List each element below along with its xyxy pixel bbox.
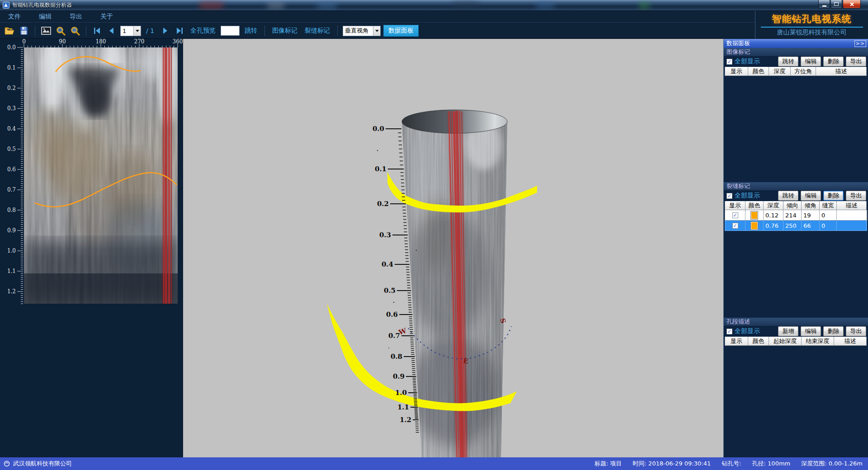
menu-edit[interactable]: 编辑 xyxy=(36,12,54,22)
crack-marks-column-header: 倾角 xyxy=(802,201,820,210)
crack-marks-jump-button[interactable]: 跳转 xyxy=(778,191,798,201)
image-preview-button[interactable] xyxy=(40,25,52,37)
save-button[interactable] xyxy=(18,25,30,37)
app-window: 智能钻孔电视数据分析器 文件编辑导出关于 xyxy=(0,0,868,470)
dropdown-arrow-icon xyxy=(373,26,380,36)
depth-label-3d: 0.3 xyxy=(379,231,391,239)
row-visible-checkbox[interactable]: ✓ xyxy=(732,223,738,229)
next-page-button[interactable] xyxy=(159,25,171,37)
zoom-in-button[interactable] xyxy=(55,25,66,37)
hole-desc-column-header: 颜色 xyxy=(748,337,769,346)
jump-button[interactable]: 跳转 xyxy=(242,27,259,35)
crack-marks-delete-button[interactable]: 删除 xyxy=(823,191,844,201)
image-marks-edit-button[interactable]: 编辑 xyxy=(801,56,821,66)
crack-marks-column-header: 描述 xyxy=(837,201,867,210)
page-select[interactable]: 1 xyxy=(120,26,141,36)
hole-sections-show-all-checkbox[interactable]: ✓ xyxy=(726,329,732,334)
image-mark-button[interactable]: 图像标记 xyxy=(270,27,300,35)
crack-marks-show-all-checkbox[interactable]: ✓ xyxy=(726,193,732,199)
maximize-button[interactable] xyxy=(830,0,842,9)
toolbar: 1 / 1 全孔预览 跳转 图像标记 裂缝标记 xyxy=(0,23,755,39)
statusbar-field: 标题: 项目 xyxy=(594,460,622,468)
image-icon xyxy=(41,26,52,36)
depth-tick-label: 0.3 xyxy=(7,105,16,112)
hole-desc-delete-button[interactable]: 删除 xyxy=(823,326,844,336)
aero-blur-decoration xyxy=(452,2,479,9)
table-cell: 0.76 xyxy=(764,221,783,231)
brand-box: 智能钻孔电视系统 唐山莱锐思科技有限公司 xyxy=(755,11,868,39)
table-row[interactable]: ✓0.76250660 xyxy=(725,221,867,231)
data-panel-toggle-button[interactable]: 数据面板 xyxy=(383,25,419,37)
title-bar: 智能钻孔电视数据分析器 xyxy=(0,0,868,11)
table-cell xyxy=(837,221,867,231)
image-marks-jump-button[interactable]: 跳转 xyxy=(778,56,798,66)
borehole-3d-cylinder[interactable]: 0.00.10.20.30.40.50.60.70.80.91.01.11.2 … xyxy=(183,39,723,457)
mark-color-swatch[interactable] xyxy=(751,212,758,219)
depth-tick-label: 0.2 xyxy=(7,85,16,91)
borehole-3d-viewer[interactable]: 0.00.10.20.30.40.50.60.70.80.91.01.11.2 … xyxy=(183,39,723,457)
minimize-button[interactable] xyxy=(818,0,830,9)
first-page-button[interactable] xyxy=(91,25,103,37)
window-title: 智能钻孔电视数据分析器 xyxy=(12,1,72,9)
collapse-panel-button[interactable]: >> xyxy=(854,40,866,47)
image-marks-show-all-label: 全部显示 xyxy=(735,57,776,66)
crack-marks-column-header: 显示 xyxy=(725,201,745,210)
mark-color-swatch[interactable] xyxy=(751,222,758,230)
table-cell: 66 xyxy=(802,221,820,231)
jump-depth-input[interactable] xyxy=(221,26,240,36)
depth-label-3d: 0.7 xyxy=(388,332,400,340)
first-page-icon xyxy=(93,27,102,35)
open-file-button[interactable] xyxy=(4,25,15,37)
status-bar: 武汉领航科技有限公司 标题: 项目时间: 2018-06-29 09:30:41… xyxy=(0,457,868,470)
table-row[interactable]: ✓0.12214190 xyxy=(725,210,867,221)
full-hole-preview-button[interactable]: 全孔预览 xyxy=(188,27,218,35)
view-mode-value: 垂直视角 xyxy=(343,27,373,35)
brand-title: 智能钻孔电视系统 xyxy=(755,13,868,25)
image-marks-column-header: 描述 xyxy=(816,67,867,76)
menu-about[interactable]: 关于 xyxy=(98,12,116,22)
close-icon xyxy=(849,2,854,7)
image-marks-section-title: 图像标记 xyxy=(724,48,868,56)
borehole-unwrapped-image[interactable] xyxy=(24,47,178,304)
view-mode-select[interactable]: 垂直视角 xyxy=(343,26,381,36)
menu-bar: 文件编辑导出关于 xyxy=(0,11,755,23)
table-cell: 19 xyxy=(802,210,820,221)
zoom-in-icon xyxy=(56,26,66,36)
depth-label-3d: 1.0 xyxy=(395,389,407,397)
open-folder-icon xyxy=(4,26,15,36)
image-marks-export-button[interactable]: 导出 xyxy=(846,56,866,66)
depth-tick-label: 0.7 xyxy=(7,187,16,193)
prev-page-button[interactable] xyxy=(106,25,118,37)
save-floppy-icon xyxy=(19,26,29,36)
crack-mark-button[interactable]: 裂缝标记 xyxy=(302,27,332,35)
azimuth-tick-label: 90 xyxy=(59,38,66,45)
depth-label-3d: 0.5 xyxy=(384,287,396,295)
depth-tick-label: 0.4 xyxy=(7,126,16,132)
azimuth-tick-label: 270 xyxy=(134,38,145,45)
copyright-globe-icon xyxy=(4,461,10,467)
hole-desc-edit-button[interactable]: 编辑 xyxy=(801,326,821,336)
hole-desc-add-button[interactable]: 新增 xyxy=(778,326,798,336)
depth-label-3d: 0.6 xyxy=(386,310,398,319)
image-marks-show-all-checkbox[interactable]: ✓ xyxy=(726,59,732,65)
crack-marks-export-button[interactable]: 导出 xyxy=(846,191,866,201)
crack-marks-edit-button[interactable]: 编辑 xyxy=(801,191,821,201)
app-icon xyxy=(3,2,9,9)
menu-file[interactable]: 文件 xyxy=(5,12,24,22)
menu-export[interactable]: 导出 xyxy=(67,12,85,22)
last-page-button[interactable] xyxy=(174,25,185,37)
azimuth-tick-label: 0 xyxy=(22,38,26,45)
row-visible-checkbox[interactable]: ✓ xyxy=(732,212,738,218)
table-cell: 0 xyxy=(820,221,837,231)
close-button[interactable] xyxy=(843,0,861,9)
hole-desc-export-button[interactable]: 导出 xyxy=(846,326,866,336)
dropdown-arrow-icon xyxy=(133,26,141,36)
image-marks-column-header: 方位角 xyxy=(791,67,816,76)
unwrapped-image-viewer[interactable]: 090180270360 0.00.10.20.30.40.50.60.70.8… xyxy=(0,39,183,457)
data-panel-header: 数据面板 >> xyxy=(724,39,868,48)
zoom-out-button[interactable] xyxy=(69,25,81,37)
image-marks-column-header: 显示 xyxy=(725,67,748,76)
depth-tick-label: 1.0 xyxy=(7,248,16,254)
image-marks-delete-button[interactable]: 删除 xyxy=(823,56,844,66)
depth-tick-label: 0.9 xyxy=(7,227,16,234)
